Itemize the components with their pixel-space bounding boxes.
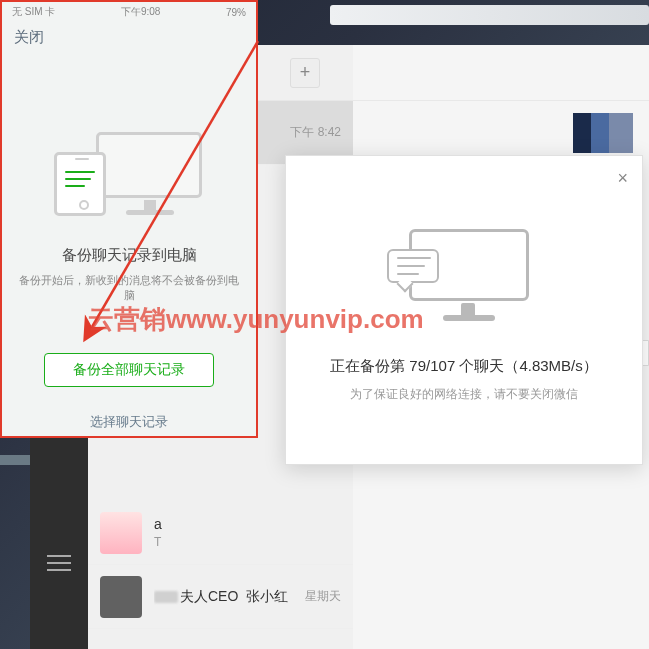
chat-item-time: 下午 8:42 [290, 124, 341, 141]
message-image-thumb[interactable] [573, 113, 633, 153]
phone-screen-subtitle: 备份开始后，新收到的消息将不会被备份到电脑 [2, 273, 256, 303]
chat-item[interactable]: a T [88, 501, 353, 565]
dialog-subtitle: 为了保证良好的网络连接，请不要关闭微信 [350, 386, 578, 403]
phone-backup-screen: 无 SIM 卡 下午9:08 79% 关闭 备份聊天记录到电脑 备份开始后，新收… [0, 0, 258, 438]
carrier-label: 无 SIM 卡 [12, 5, 55, 19]
avatar [100, 576, 142, 618]
clock-label: 下午9:08 [121, 5, 160, 19]
backup-illustration [389, 229, 539, 329]
chat-bubble-icon [387, 249, 439, 283]
chat-item[interactable]: 夫人CEO 张小红 星期天 [88, 565, 353, 629]
battery-label: 79% [226, 7, 246, 18]
chat-item-time: 星期天 [305, 588, 341, 605]
chat-item-name: 夫人CEO 张小红 [154, 588, 293, 606]
select-chats-link[interactable]: 选择聊天记录 [2, 413, 256, 431]
close-icon[interactable]: × [617, 168, 628, 189]
phone-device-icon [54, 152, 106, 216]
close-button[interactable]: 关闭 [14, 28, 44, 47]
phone-illustration [54, 132, 204, 222]
add-button[interactable]: + [290, 58, 320, 88]
phone-status-bar: 无 SIM 卡 下午9:08 79% [2, 2, 256, 22]
phone-nav-bar: 关闭 [2, 22, 256, 52]
chat-item-preview: T [154, 535, 341, 549]
conversation-header [353, 45, 649, 101]
menu-icon[interactable] [47, 555, 71, 557]
phone-screen-title: 备份聊天记录到电脑 [2, 246, 256, 265]
dialog-title: 正在备份第 79/107 个聊天（4.83MB/s） [330, 357, 598, 376]
backup-progress-dialog: × 正在备份第 79/107 个聊天（4.83MB/s） 为了保证良好的网络连接… [285, 155, 643, 465]
chat-item-name: a [154, 516, 341, 532]
avatar [100, 512, 142, 554]
bg-strip [330, 5, 649, 25]
backup-all-button[interactable]: 备份全部聊天记录 [44, 353, 214, 387]
